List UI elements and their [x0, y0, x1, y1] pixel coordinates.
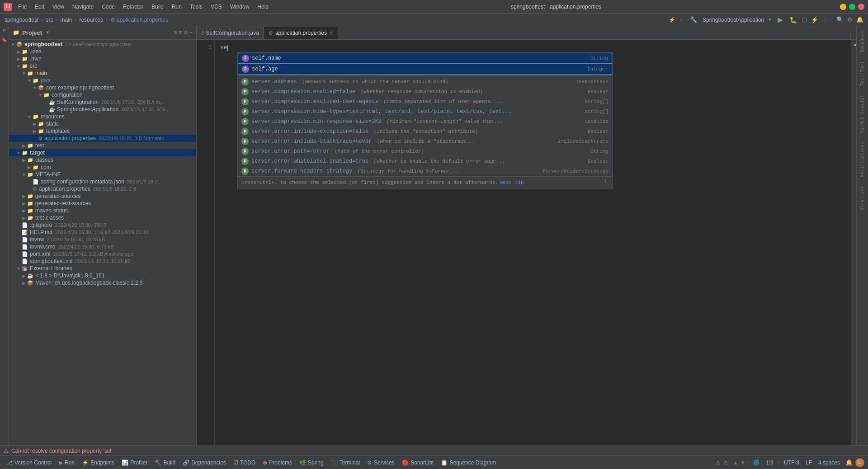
tree-package[interactable]: ▼ 📦 com.example.springboottest — [9, 84, 196, 91]
profiler-button[interactable]: 📊 Profiler — [119, 459, 150, 467]
menu-view[interactable]: View — [49, 3, 68, 11]
coverage-button[interactable]: ⬡ — [802, 16, 807, 23]
close-button[interactable] — [858, 4, 864, 10]
maximize-button[interactable] — [849, 4, 855, 10]
menu-tools[interactable]: Tools — [186, 3, 206, 11]
menu-run[interactable]: Run — [168, 3, 185, 11]
tab-close-button[interactable]: ✕ — [329, 30, 333, 36]
tree-pomxml[interactable]: ▶ 📄 pom.xml 2023/1/6 17:41, 2.2 kB A min… — [9, 250, 196, 258]
sonarlint-button[interactable]: 🔴 SonarLint — [399, 459, 436, 467]
breadcrumb-resources[interactable]: resources — [79, 17, 103, 23]
tree-gentstsources[interactable]: ▶ 📁 generated-test-sources — [9, 200, 196, 207]
tree-com-nested[interactable]: ▶ 📁 com — [9, 164, 196, 171]
problems-button[interactable]: ⊗ Problems — [260, 459, 295, 467]
position-indicator[interactable]: 1:3 — [763, 459, 776, 467]
scrollbar-gutter[interactable] — [851, 40, 856, 446]
restftool-panel-icon[interactable]: RestfTool — [860, 61, 865, 86]
tree-iml[interactable]: ▶ 📄 springboottest.iml 2023/1/6 17:32, 1… — [9, 258, 196, 265]
menu-code[interactable]: Code — [98, 3, 118, 11]
spring-button[interactable]: 🌿 Spring — [297, 459, 326, 467]
ac-item-includestacktrace[interactable]: p server.error.include-stacktrace=never … — [238, 136, 612, 146]
ac-item-includeexception[interactable]: p server.error.include-exception=false (… — [238, 127, 612, 136]
sidebar-dropdown-arrow[interactable]: ▼ — [46, 30, 49, 35]
scroll-up-icon[interactable]: ▲ — [733, 460, 738, 466]
tree-resources[interactable]: ▼ 📁 resources — [9, 113, 196, 120]
tree-templates[interactable]: ▶ 📁 templates — [9, 127, 196, 135]
menu-help[interactable]: Help — [254, 3, 272, 11]
indent-indicator[interactable]: 4 spaces — [816, 459, 843, 467]
dependencies-button[interactable]: 🔗 Dependencies — [180, 459, 229, 467]
tree-springmeta[interactable]: ▶ 📄 spring-configuration-metadata.json 2… — [9, 178, 196, 185]
ac-next-tip[interactable]: Next Tip — [500, 179, 524, 187]
tree-jdk[interactable]: ▶ ☕ < 1.8 > D:\Java\jdk1.8.0_161 — [9, 272, 196, 279]
breadcrumb-main[interactable]: main — [60, 17, 72, 23]
scroll-down-icon[interactable]: ▼ — [740, 460, 745, 466]
github-copilot-icon[interactable]: GitHub Copilot — [860, 95, 865, 133]
tree-helpmd[interactable]: ▶ 📝 HELP.md 2022/4/29 15:30, 1.16 kB 202… — [9, 229, 196, 236]
menu-file[interactable]: File — [14, 3, 30, 11]
tab-menu-icon[interactable]: ⋮ — [848, 32, 854, 39]
tree-configuration[interactable]: ▼ 📁 configuration — [9, 91, 196, 98]
tree-src[interactable]: ▼ 📁 src — [9, 62, 196, 70]
services-button[interactable]: ⚙ Services — [364, 459, 397, 467]
tree-static[interactable]: ▶ 📁 static — [9, 120, 196, 127]
breadcrumb-src[interactable]: src — [46, 17, 53, 23]
terminal-button[interactable]: ⬛ Terminal — [328, 459, 363, 467]
tab-appprops[interactable]: ⚙ application.properties ✕ — [264, 27, 338, 39]
tree-mavenstatus[interactable]: ▶ 📁 maven-status — [9, 207, 196, 214]
ac-item-selfname[interactable]: p self.name String — [238, 53, 612, 64]
tree-external-libs[interactable]: ▼ 📚 External Libraries — [9, 265, 196, 272]
encoding-indicator[interactable]: UTF-8 — [781, 459, 802, 467]
sequence-diagram-button[interactable]: 📋 Sequence Diagram — [438, 459, 499, 467]
settings-gear-icon[interactable]: ⚙ — [184, 29, 188, 36]
tree-mvnw[interactable]: ▶ 📄 mvnw 2022/4/29 15:30, 10.28 kB — [9, 236, 196, 243]
more-run-options[interactable]: ⋮ — [822, 16, 828, 23]
tree-test[interactable]: ▶ 📁 test — [9, 142, 196, 149]
menu-vcs[interactable]: VCS — [207, 3, 226, 11]
tree-target-props[interactable]: ▶ ⚙ application.properties 2023/1/6 18:2… — [9, 185, 196, 192]
tree-appprops[interactable]: ▶ ⚙ application.properties 2023/1/6 18:2… — [9, 135, 196, 142]
run-config-name[interactable]: SpringboottestApplication — [703, 17, 764, 23]
run-button[interactable]: ▶ — [778, 15, 783, 24]
build-button[interactable]: 🔨 Build — [152, 459, 178, 467]
menu-navigate[interactable]: Navigate — [69, 3, 97, 11]
breadcrumb-file[interactable]: ⚙ application.properties — [110, 17, 168, 23]
tree-gitignore[interactable]: ▶ 📄 .gitignore 2022/4/29 15:30, 395 B — [9, 221, 196, 229]
todo-button[interactable]: ☑ TODO — [231, 459, 258, 467]
line-endings-indicator[interactable]: LF — [803, 459, 815, 467]
ac-item-selfage[interactable]: p self.age Integer — [238, 64, 612, 75]
tree-mvn[interactable]: ▶ 📁 .mvn — [9, 55, 196, 62]
ac-item-serveraddr[interactable]: p server.address (Network address to whi… — [238, 77, 612, 87]
notifications-panel-icon[interactable]: Notifications — [860, 142, 865, 177]
tree-springapp[interactable]: ▶ ☕ SpringboottestApplication 2023/1/6 1… — [9, 106, 196, 113]
hide-panel-icon[interactable]: — — [189, 29, 193, 36]
ac-item-compressionenabled[interactable]: p server.compression.enabled=false (Whet… — [238, 87, 612, 97]
bookmarks-icon[interactable]: 🔖 — [1, 37, 8, 43]
menu-window[interactable]: Window — [226, 3, 253, 11]
menu-build[interactable]: Build — [148, 3, 167, 11]
locate-icon[interactable]: ⊙ — [174, 29, 177, 36]
structure-panel-icon[interactable]: Structure — [860, 186, 865, 211]
debug-button[interactable]: 🐛 — [789, 16, 797, 23]
collapse-all-icon[interactable]: ⊟ — [179, 29, 182, 36]
tree-java[interactable]: ▼ 📁 java — [9, 77, 196, 84]
tree-logback[interactable]: ▶ 📦 Maven: ch.qos.logback:logback-classi… — [9, 279, 196, 286]
breadcrumb-project[interactable]: springboottest — [5, 17, 38, 23]
tree-selfconfig[interactable]: ▶ ☕ SelfConfiguration 2023/1/6 17:32, 35… — [9, 98, 196, 106]
version-control-button[interactable]: ⎇ Version Control — [4, 459, 54, 467]
ac-more-icon[interactable]: ⋮ — [602, 178, 609, 188]
ac-item-excludeduseragents[interactable]: p server.compression.excluded-user-agent… — [238, 97, 612, 107]
search-everywhere-button[interactable]: 🔍 — [836, 16, 844, 23]
tree-gensources[interactable]: ▶ 📁 generated-sources — [9, 192, 196, 200]
tree-mvnwcmd[interactable]: ▶ 📄 mvnw.cmd 2022/4/29 15:30, 6.73 kB — [9, 243, 196, 250]
ac-item-mimetypes[interactable]: p server.compression.mime-types=text/htm… — [238, 107, 612, 117]
tree-target[interactable]: ▼ 📁 target — [9, 149, 196, 156]
ac-item-whitelabel[interactable]: p server.error.whitelabel.enabled=true (… — [238, 156, 612, 166]
profiler-run-button[interactable]: ⚡ — [811, 16, 818, 23]
menu-refactor[interactable]: Refactor — [119, 3, 147, 11]
ac-item-errorpath[interactable]: p server.error.path=/error (Path of the … — [238, 146, 612, 156]
run-status-button[interactable]: ▶ Run — [56, 459, 77, 467]
tree-idea[interactable]: ▶ 📁 .idea — [9, 48, 196, 55]
tree-testclasses[interactable]: ▶ 📁 test-classes — [9, 214, 196, 221]
run-config-dropdown[interactable]: ▼ — [768, 17, 772, 22]
